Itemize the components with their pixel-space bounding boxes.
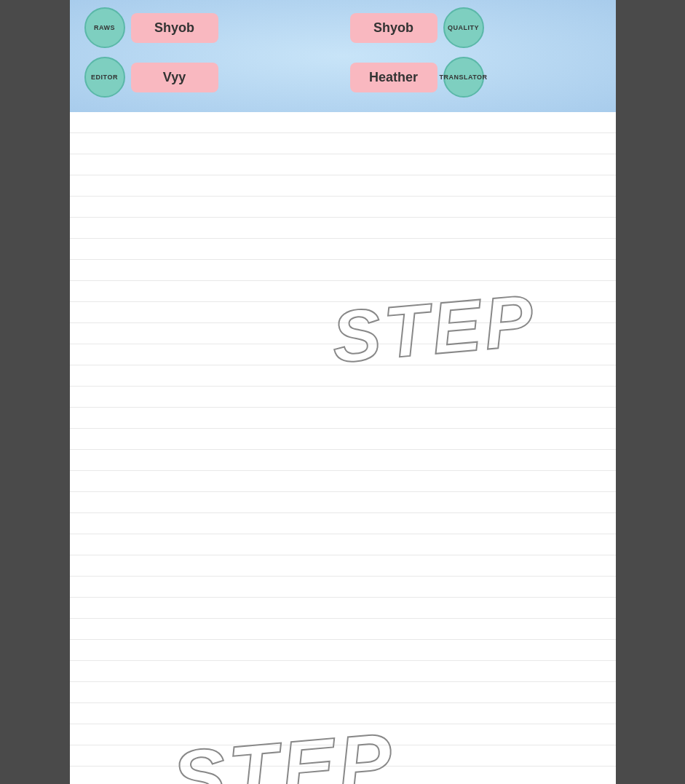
top-banner: RAWS Shyob Shyob QUALITY EDITOR Vyy Heat… bbox=[70, 0, 616, 112]
step-label-2: STEP bbox=[168, 714, 399, 784]
role-circle-translator: TRANSLATOR bbox=[443, 57, 484, 98]
role-row-quality: Shyob QUALITY bbox=[350, 7, 601, 48]
step-label-1: STEP bbox=[328, 278, 539, 379]
role-circle-quality: QUALITY bbox=[443, 7, 484, 48]
role-circle-editor: EDITOR bbox=[84, 57, 125, 98]
role-row-translator: Heather TRANSLATOR bbox=[350, 57, 601, 98]
page-container: RAWS Shyob Shyob QUALITY EDITOR Vyy Heat… bbox=[70, 0, 616, 784]
name-box-shyob-raws: Shyob bbox=[131, 13, 218, 43]
role-row-editor: EDITOR Vyy bbox=[84, 57, 336, 98]
name-box-vyy: Vyy bbox=[131, 63, 218, 92]
role-circle-raws: RAWS bbox=[84, 7, 125, 48]
role-grid: RAWS Shyob Shyob QUALITY EDITOR Vyy Heat… bbox=[84, 7, 601, 98]
role-row-raws: RAWS Shyob bbox=[84, 7, 336, 48]
name-box-heather: Heather bbox=[350, 63, 437, 92]
name-box-shyob-quality: Shyob bbox=[350, 13, 437, 43]
content-area: STEP STEP bbox=[70, 112, 616, 767]
